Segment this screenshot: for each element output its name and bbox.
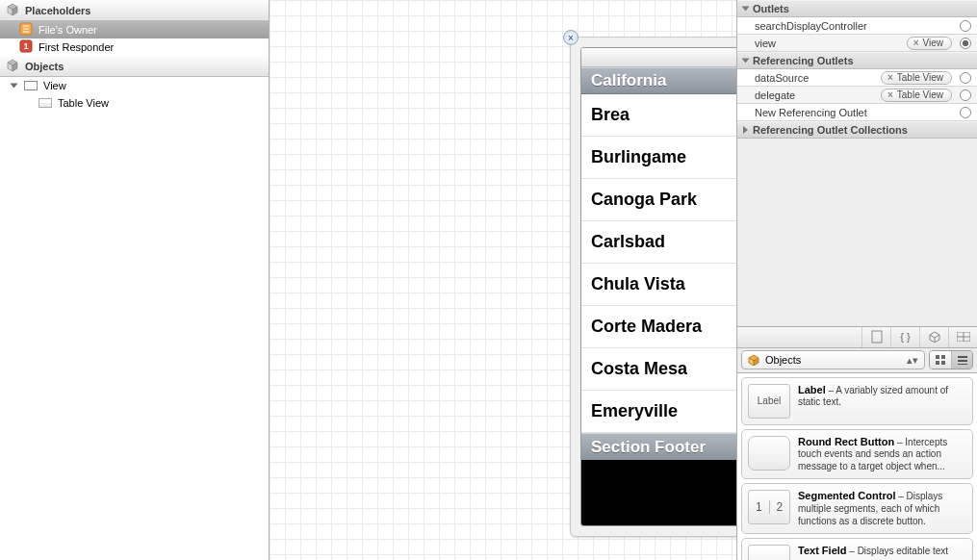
disclosure-icon[interactable] bbox=[11, 84, 18, 89]
svg-rect-9 bbox=[936, 361, 939, 365]
library-thumb: 12 bbox=[748, 490, 790, 524]
connection-circle[interactable] bbox=[960, 20, 971, 32]
files-owner-label: File's Owner bbox=[39, 24, 97, 36]
svg-rect-8 bbox=[941, 355, 945, 359]
table-cell[interactable]: Carlsbad bbox=[581, 221, 736, 264]
list-mode[interactable] bbox=[951, 351, 972, 369]
tab-media[interactable] bbox=[948, 327, 977, 347]
svg-rect-11 bbox=[958, 356, 967, 358]
first-responder-row[interactable]: 1 First Responder bbox=[0, 38, 269, 56]
svg-text:1: 1 bbox=[23, 41, 28, 51]
tableview-icon bbox=[39, 98, 52, 108]
library-tabs: { } bbox=[737, 327, 977, 348]
view-mode-segment[interactable] bbox=[929, 350, 973, 369]
table-cell[interactable]: Costa Mesa bbox=[581, 348, 736, 391]
library-item[interactable]: 12Segmented Control – Displays multiple … bbox=[741, 483, 973, 534]
table-cell[interactable]: Chula Vista bbox=[581, 264, 736, 306]
library-bar: Objects ▴▾ bbox=[737, 348, 977, 373]
svg-rect-13 bbox=[958, 364, 967, 365]
library-list[interactable]: LabelLabel – A variably sized amount of … bbox=[737, 373, 977, 561]
updown-icon: ▴▾ bbox=[907, 354, 918, 367]
section-header[interactable]: California bbox=[581, 67, 736, 94]
outlet-name: searchDisplayController bbox=[755, 20, 952, 32]
cube-icon bbox=[6, 59, 19, 74]
placeholders-label: Placeholders bbox=[25, 5, 90, 16]
scene-container[interactable]: × California BreaBurlingameCanoga ParkCa… bbox=[570, 37, 736, 537]
outlet-name: dataSource bbox=[755, 72, 877, 84]
close-icon[interactable]: × bbox=[563, 30, 578, 45]
connection-circle[interactable] bbox=[960, 89, 971, 101]
responder-icon: 1 bbox=[19, 39, 33, 55]
disconnect-icon[interactable]: × bbox=[913, 38, 919, 48]
document-outline: Placeholders File's Owner 1 First Respon… bbox=[0, 0, 270, 560]
table-cell[interactable]: Emeryville bbox=[581, 391, 736, 433]
connection-pill[interactable]: ×View bbox=[907, 37, 952, 50]
objects-header: Objects bbox=[0, 56, 269, 77]
tab-code[interactable]: { } bbox=[890, 327, 919, 347]
view-icon bbox=[24, 81, 38, 90]
iphone-simulator: California BreaBurlingameCanoga ParkCarl… bbox=[580, 47, 736, 526]
svg-rect-12 bbox=[958, 360, 967, 362]
outlet-row[interactable]: New Referencing Outlet bbox=[737, 104, 977, 121]
library-thumb: Label bbox=[748, 384, 790, 419]
table-cell[interactable]: Canoga Park bbox=[581, 179, 736, 221]
tab-objects[interactable] bbox=[919, 327, 948, 347]
outlet-name: view bbox=[755, 38, 903, 49]
connection-circle[interactable] bbox=[960, 38, 971, 49]
tableview-row[interactable]: Table View bbox=[0, 94, 269, 112]
grid-mode[interactable] bbox=[930, 351, 951, 369]
outlet-row[interactable]: searchDisplayController bbox=[737, 17, 977, 35]
disclosure-icon bbox=[742, 7, 750, 12]
connection-circle[interactable] bbox=[960, 72, 971, 84]
disclosure-icon bbox=[742, 59, 750, 64]
library-thumb bbox=[748, 545, 790, 560]
objects-icon bbox=[748, 354, 759, 366]
files-owner-row[interactable]: File's Owner bbox=[0, 21, 269, 38]
ref-outlets-header[interactable]: Referencing Outlets bbox=[737, 52, 977, 69]
view-row[interactable]: View bbox=[0, 77, 269, 94]
library-desc: Round Rect Button – Intercepts touch eve… bbox=[798, 436, 966, 473]
disclosure-icon bbox=[743, 126, 748, 134]
library-desc: Label – A variably sized amount of stati… bbox=[798, 384, 966, 419]
placeholders-header: Placeholders bbox=[0, 0, 269, 21]
inspector-blank bbox=[737, 139, 977, 327]
disconnect-icon[interactable]: × bbox=[887, 72, 893, 83]
table-cell[interactable]: Burlingame bbox=[581, 137, 736, 179]
connection-pill[interactable]: ×Table View bbox=[881, 71, 952, 85]
library-desc: Segmented Control – Displays multiple se… bbox=[798, 490, 966, 527]
svg-rect-3 bbox=[872, 331, 882, 343]
tab-file[interactable] bbox=[861, 327, 890, 347]
outlet-name: delegate bbox=[755, 89, 877, 101]
library-item[interactable]: Round Rect Button – Intercepts touch eve… bbox=[741, 429, 973, 480]
outlet-row[interactable]: view×View bbox=[737, 35, 977, 52]
status-bar bbox=[581, 48, 736, 67]
inspector-panel: Outlets searchDisplayControllerview×View… bbox=[736, 0, 977, 560]
table-cell[interactable]: Corte Madera bbox=[581, 306, 736, 348]
view-label: View bbox=[43, 80, 66, 91]
section-footer[interactable]: Section Footer bbox=[581, 433, 736, 460]
library-thumb bbox=[748, 436, 790, 471]
outlets-header[interactable]: Outlets bbox=[737, 0, 977, 17]
svg-rect-7 bbox=[936, 355, 939, 359]
table-cell[interactable]: Brea bbox=[581, 94, 736, 137]
library-item[interactable]: Text Field – Displays editable text bbox=[741, 538, 973, 560]
connection-circle[interactable] bbox=[960, 107, 971, 118]
canvas[interactable]: × California BreaBurlingameCanoga ParkCa… bbox=[270, 0, 736, 560]
first-responder-label: First Responder bbox=[39, 41, 114, 53]
outlet-name: New Referencing Outlet bbox=[755, 107, 952, 118]
outlet-row[interactable]: dataSource×Table View bbox=[737, 69, 977, 87]
library-selector[interactable]: Objects ▴▾ bbox=[741, 350, 925, 369]
objects-label: Objects bbox=[25, 61, 64, 72]
disconnect-icon[interactable]: × bbox=[887, 89, 893, 100]
outlet-row[interactable]: delegate×Table View bbox=[737, 87, 977, 104]
library-desc: Text Field – Displays editable text bbox=[798, 545, 948, 560]
library-item[interactable]: LabelLabel – A variably sized amount of … bbox=[741, 377, 973, 425]
tableview-label: Table View bbox=[58, 97, 109, 109]
owner-icon bbox=[19, 22, 33, 38]
svg-rect-10 bbox=[941, 361, 945, 365]
connection-pill[interactable]: ×Table View bbox=[881, 89, 952, 102]
cube-icon bbox=[6, 3, 19, 18]
tabbar-placeholder bbox=[581, 460, 736, 525]
ref-collections-header[interactable]: Referencing Outlet Collections bbox=[737, 121, 977, 139]
